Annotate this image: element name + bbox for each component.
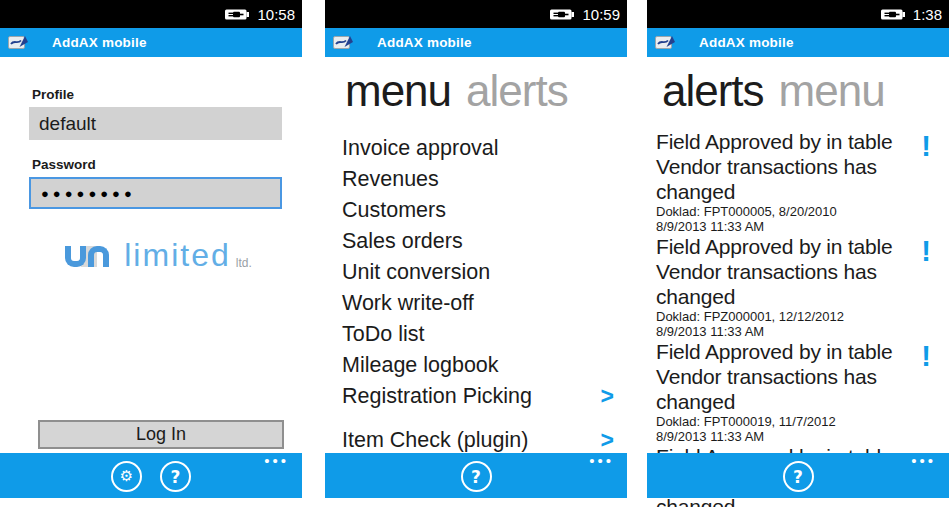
battery-charging-icon — [881, 8, 906, 21]
appbar-buttons: ⚙ ? — [0, 461, 302, 492]
app-icon — [333, 34, 354, 51]
password-input[interactable]: ●●●●●●●● — [29, 177, 282, 209]
status-time: 10:59 — [582, 6, 620, 23]
alert-list: Field Approved by in table Vendor transa… — [647, 129, 949, 507]
screenshot-stage: 10:58 AddAX mobile Profile default Passw… — [0, 0, 949, 507]
app-title: AddAX mobile — [52, 35, 147, 50]
alert-timestamp: 8/9/2013 11:33 AM — [656, 324, 949, 339]
logo-ltd-text: ltd. — [236, 256, 252, 270]
menu-screen: 10:59 AddAX mobile menu alerts Invoice a… — [325, 0, 627, 507]
menu-item-mileage-logbook[interactable]: Mileage logbook — [342, 350, 627, 381]
app-icon — [655, 34, 676, 51]
app-bar: ••• ? — [647, 453, 949, 498]
login-button[interactable]: Log In — [38, 420, 284, 449]
alert-title: Field Approved by in table Vendor transa… — [656, 234, 911, 309]
app-bar: ••• ⚙ ? — [0, 453, 302, 498]
status-time: 10:58 — [257, 6, 295, 23]
battery-charging-icon — [550, 8, 575, 21]
menu-item-todo-list[interactable]: ToDo list — [342, 319, 627, 350]
alert-item[interactable]: Field Approved by in table Vendor transa… — [656, 339, 949, 444]
menu-list: Invoice approval Revenues Customers Sale… — [325, 133, 627, 456]
menu-item-revenues[interactable]: Revenues — [342, 164, 627, 195]
pivot-header: alerts menu — [662, 62, 949, 120]
alert-title: Field Approved by in table Vendor transa… — [656, 129, 911, 204]
alert-detail: Doklad: FPZ000001, 12/12/2012 — [656, 309, 949, 324]
login-form: Profile default Password ●●●●●●●● limite… — [0, 87, 302, 274]
profile-label: Profile — [32, 87, 302, 102]
gear-icon: ⚙ — [120, 469, 133, 484]
status-bar: 1:38 — [647, 0, 949, 28]
menu-item-work-write-off[interactable]: Work write-off — [342, 288, 627, 319]
password-dots: ●●●●●●●● — [41, 186, 136, 201]
alert-title: Field Approved by in table Vendor transa… — [656, 339, 911, 414]
alerts-screen: 1:38 AddAX mobile alerts menu Field Appr… — [647, 0, 949, 507]
alert-timestamp: 8/9/2013 11:33 AM — [656, 429, 949, 444]
appbar-buttons: ? — [325, 461, 627, 492]
exclamation-icon: ! — [921, 235, 931, 268]
login-screen: 10:58 AddAX mobile Profile default Passw… — [0, 0, 302, 507]
menu-item-label: Registration Picking — [342, 384, 532, 408]
menu-item-invoice-approval[interactable]: Invoice approval — [342, 133, 627, 164]
pivot-tab-alerts[interactable]: alerts — [466, 62, 568, 120]
logo-u-shape — [65, 246, 86, 267]
chevron-right-icon: > — [601, 381, 614, 412]
menu-item-customers[interactable]: Customers — [342, 195, 627, 226]
menu-item-sales-orders[interactable]: Sales orders — [342, 226, 627, 257]
menu-item-registration-picking[interactable]: Registration Picking > — [342, 381, 627, 412]
app-icon — [8, 34, 29, 51]
unlimited-logo: limited ltd. — [29, 237, 288, 274]
alert-item[interactable]: Field Approved by in table Vendor transa… — [656, 129, 949, 234]
alert-timestamp: 8/9/2013 11:33 AM — [656, 219, 949, 234]
question-mark-icon: ? — [171, 467, 181, 487]
profile-input[interactable]: default — [29, 107, 282, 140]
exclamation-icon: ! — [921, 340, 931, 373]
question-mark-icon: ? — [793, 467, 803, 487]
alert-detail: Doklad: FPT000019, 11/7/2012 — [656, 414, 949, 429]
alert-item[interactable]: Field Approved by in table Vendor transa… — [656, 234, 949, 339]
menu-item-label: Item Check (plugin) — [342, 428, 528, 452]
question-mark-icon: ? — [471, 467, 481, 487]
exclamation-icon: ! — [921, 130, 931, 163]
help-button[interactable]: ? — [783, 461, 814, 492]
pivot-tab-alerts[interactable]: alerts — [662, 62, 764, 120]
app-bar: ••• ? — [325, 453, 627, 498]
menu-item-unit-conversion[interactable]: Unit conversion — [342, 257, 627, 288]
help-button[interactable]: ? — [160, 461, 191, 492]
logo-limited-text: limited — [124, 237, 230, 274]
alert-detail: Doklad: FPT000005, 8/20/2010 — [656, 204, 949, 219]
title-bar: AddAX mobile — [325, 28, 627, 57]
appbar-buttons: ? — [647, 461, 949, 492]
title-bar: AddAX mobile — [0, 28, 302, 57]
help-button[interactable]: ? — [461, 461, 492, 492]
app-title: AddAX mobile — [377, 35, 472, 50]
battery-charging-icon — [225, 8, 250, 21]
settings-button[interactable]: ⚙ — [111, 461, 142, 492]
title-bar: AddAX mobile — [647, 28, 949, 57]
status-time: 1:38 — [913, 6, 942, 23]
app-title: AddAX mobile — [699, 35, 794, 50]
logo-un-mark — [65, 239, 117, 273]
password-label: Password — [32, 157, 302, 172]
pivot-header: menu alerts — [345, 62, 627, 120]
logo-n-shape — [88, 246, 109, 267]
status-bar: 10:59 — [325, 0, 627, 28]
pivot-tab-menu[interactable]: menu — [345, 62, 451, 120]
status-bar: 10:58 — [0, 0, 302, 28]
pivot-tab-menu[interactable]: menu — [779, 62, 885, 120]
menu-item-item-check-plugin[interactable]: Item Check (plugin) > — [342, 425, 627, 456]
